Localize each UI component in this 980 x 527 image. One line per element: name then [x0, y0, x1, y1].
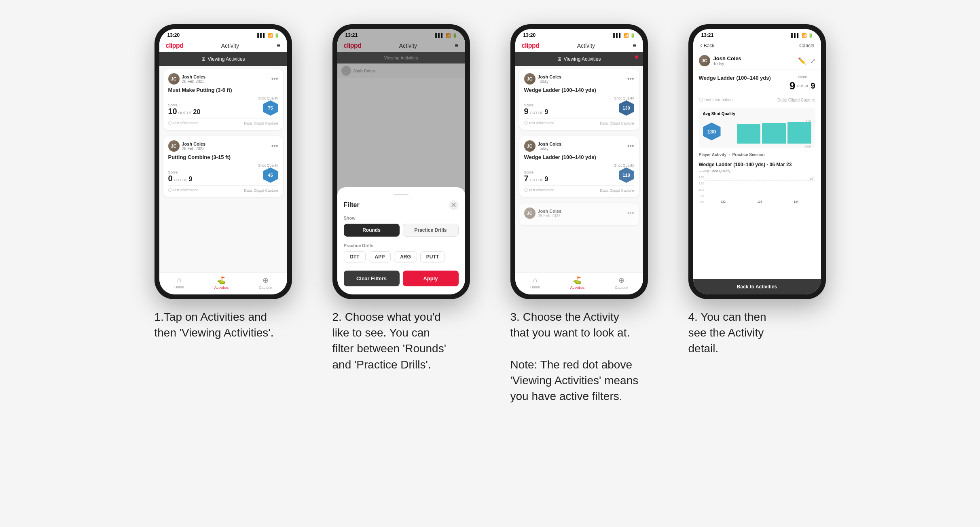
- stats-row-1-1: Score 10 OUT OF 20 Shot Quality: [168, 96, 278, 116]
- drill-title-3-1: Wedge Ladder (100–140 yds): [524, 87, 634, 93]
- time-3: 13:20: [523, 32, 536, 38]
- hamburger-1[interactable]: ≡: [277, 42, 280, 49]
- detail-user-date-4: Today: [713, 61, 741, 66]
- battery-icon-4: 🔋: [808, 33, 813, 38]
- activity-card-3-3[interactable]: JC Josh Coles 28 Feb 2023 •••: [519, 203, 639, 225]
- user-name-1-1: Josh Coles: [182, 74, 206, 79]
- avatar-3-2: JC: [524, 140, 536, 152]
- stat-score-3-2: Score 7 OUT OF 9: [524, 170, 548, 183]
- viewing-bar-3[interactable]: ⊞ Viewing Activities: [515, 52, 643, 66]
- out-of-3-1: OUT OF: [530, 111, 544, 115]
- dotted-line-label-4: 124: [810, 177, 815, 180]
- tag-arg-2[interactable]: ARG: [394, 251, 417, 262]
- avatar-1-2: JC: [168, 140, 180, 152]
- tab-practice-drills-2[interactable]: Practice Drills: [403, 224, 459, 237]
- share-icon-4[interactable]: ⤢: [810, 57, 815, 65]
- user-text-1-1: Josh Coles 28 Feb 2023: [182, 74, 206, 84]
- home-label-3: Home: [530, 285, 540, 289]
- logo-1: clippd: [166, 42, 184, 49]
- nav-home-3[interactable]: ⌂ Home: [530, 276, 540, 290]
- phone-column-3: 13:20 ▌▌▌ 📶 🔋 clippd Activity ≡ ⊞ Vi: [502, 24, 656, 404]
- stats-row-3-2: Score 7 OUT OF 9 Shot Quality 1: [524, 163, 634, 183]
- nav-capture-1[interactable]: ⊕ Capture: [259, 276, 272, 290]
- more-dots-3-3[interactable]: •••: [627, 210, 634, 217]
- filter-tabs-2: Rounds Practice Drills: [344, 224, 459, 237]
- filter-close-btn-2[interactable]: ✕: [449, 200, 459, 210]
- back-btn-4[interactable]: < Back: [700, 43, 715, 49]
- edit-icon-4[interactable]: ✏️: [798, 57, 806, 65]
- nav-title-3: Activity: [577, 42, 595, 49]
- activity-card-3-1[interactable]: JC Josh Coles Today ••• Wedge Ladder (10…: [519, 69, 639, 130]
- more-dots-3-2[interactable]: •••: [627, 142, 634, 150]
- hamburger-3[interactable]: ≡: [633, 42, 636, 49]
- more-dots-1-1[interactable]: •••: [271, 75, 278, 83]
- time-4: 13:21: [701, 32, 714, 38]
- detail-user-name-4: Josh Coles: [713, 55, 741, 61]
- cancel-btn-4[interactable]: Cancel: [799, 43, 814, 49]
- shot-quality-label-3-1: Shot Quality: [614, 96, 634, 100]
- filter-modal-2: Filter ✕ Show Rounds Practice Drills Pra…: [337, 187, 465, 294]
- detail-content-4: Wedge Ladder (100–140 yds) Score 9 OUT O…: [693, 70, 821, 279]
- card-footer-1-1: ⓘ Test Information Data: Clippd Capture: [168, 118, 278, 126]
- nav-bar-3: clippd Activity ≡: [515, 40, 643, 52]
- back-to-activities-btn-4[interactable]: Back to Activities: [693, 279, 821, 294]
- shot-quality-badge-3-1: 130: [619, 100, 634, 116]
- big-y-120: 120: [699, 182, 704, 185]
- activities-label-1: Activities: [214, 286, 229, 290]
- drill-title-section-4: Wedge Ladder (100–140 yds): [699, 75, 786, 82]
- shot-quality-badge-1-1: 75: [263, 100, 278, 116]
- big-bar-item-1: 132: [706, 200, 741, 204]
- tag-ott-2[interactable]: OTT: [344, 251, 366, 262]
- more-dots-1-2[interactable]: •••: [271, 142, 278, 150]
- phone-2: 13:21 ▌▌▌ 📶 🔋 clippd Activity ≡ Viewing …: [332, 24, 470, 299]
- avatar-3-1: JC: [524, 73, 536, 85]
- filter-icon-1: ⊞: [201, 56, 205, 62]
- nav-home-1[interactable]: ⌂ Home: [174, 276, 184, 290]
- user-name-3-2: Josh Coles: [538, 142, 562, 146]
- tag-putt-2[interactable]: PUTT: [420, 251, 445, 262]
- clear-filters-btn-2[interactable]: Clear Filters: [344, 271, 400, 286]
- data-source-1-2: Data: Clippd Capture: [244, 188, 278, 193]
- activity-card-1-1[interactable]: JC Josh Coles 28 Feb 2023 ••• Must Make …: [163, 69, 283, 130]
- filter-header-2: Filter ✕: [344, 200, 459, 210]
- score-section-4: Wedge Ladder (100–140 yds) Score 9 OUT O…: [699, 75, 815, 92]
- nav-capture-3[interactable]: ⊕ Capture: [615, 276, 628, 290]
- practice-drills-section-2: Practice Drills OTT APP ARG PUTT: [344, 243, 459, 262]
- activity-card-1-2[interactable]: JC Josh Coles 28 Feb 2023 ••• Putting Co…: [163, 136, 283, 197]
- viewing-bar-label-3: Viewing Activities: [564, 56, 601, 62]
- detail-nav-4: < Back Cancel: [693, 40, 821, 52]
- apply-btn-2[interactable]: Apply: [403, 271, 459, 286]
- tab-rounds-2[interactable]: Rounds: [344, 224, 400, 237]
- out-of-3-2: OUT OF: [530, 178, 544, 182]
- test-info-3-2: ⓘ Test Information: [524, 188, 555, 193]
- score-num-3-2: 7: [524, 174, 529, 182]
- shots-value-4: 9: [811, 81, 815, 91]
- red-dot-3: [635, 55, 638, 59]
- time-1: 13:20: [167, 32, 180, 38]
- player-activity-text-4: Player Activity: [699, 152, 727, 157]
- tag-app-2[interactable]: APP: [369, 251, 391, 262]
- nav-activities-3[interactable]: ⛳ Activities: [570, 276, 585, 290]
- score-value-1-2: 0 OUT OF 9: [168, 174, 193, 183]
- activity-card-3-2[interactable]: JC Josh Coles Today ••• Wedge Ladder (10…: [519, 136, 639, 197]
- nav-activities-1[interactable]: ⛳ Activities: [214, 276, 229, 290]
- avatar-1-1: JC: [168, 73, 180, 85]
- phone-column-1: 13:20 ▌▌▌ 📶 🔋 clippd Activity ≡ ⊞ Vi: [146, 24, 300, 341]
- more-dots-3-1[interactable]: •••: [627, 75, 634, 83]
- score-value-3-2: 7 OUT OF 9: [524, 174, 548, 183]
- shot-quality-section-1-2: Shot Quality 45: [258, 163, 278, 183]
- caption-2: 2. Choose what you'd like to see. You ca…: [332, 309, 470, 372]
- out-of-1-2: OUT OF: [174, 178, 188, 182]
- capture-label-4: Data: Clippd Capture: [777, 98, 815, 102]
- user-name-3-1: Josh Coles: [538, 74, 562, 79]
- big-y-140: 140: [699, 176, 704, 179]
- score-num-1-2: 0: [168, 174, 173, 182]
- shot-quality-section-1-1: Shot Quality 75: [258, 96, 278, 116]
- stats-row-1-2: Score 0 OUT OF 9 Shot Quality 4: [168, 163, 278, 183]
- bottom-nav-3: ⌂ Home ⛳ Activities ⊕ Capture: [515, 272, 643, 294]
- detail-user-info-4: JC Josh Coles Today: [699, 55, 741, 66]
- stats-row-3-1: Score 9 OUT OF 9 Shot Quality 1: [524, 96, 634, 116]
- phone-column-4: 13:21 ▌▌▌ 📶 🔋 < Back Cancel JC: [680, 24, 834, 357]
- viewing-bar-1[interactable]: ⊞ Viewing Activities: [159, 52, 287, 66]
- shot-quality-label-1-1: Shot Quality: [258, 96, 278, 100]
